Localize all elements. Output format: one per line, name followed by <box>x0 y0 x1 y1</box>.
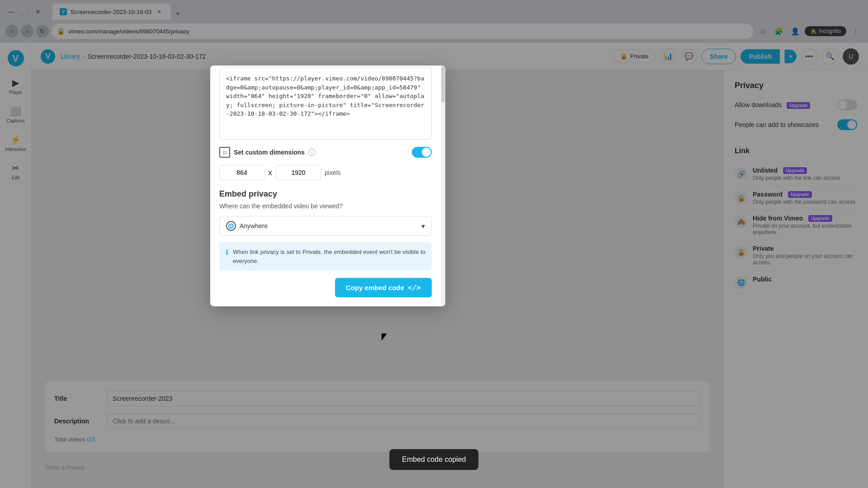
custom-dimensions-row: ⊡ Set custom dimensions i <box>219 147 432 158</box>
custom-dimensions-toggle[interactable] <box>412 147 432 158</box>
globe-icon: 🌐 <box>226 221 236 231</box>
info-icon[interactable]: i <box>308 149 316 156</box>
anywhere-label: Anywhere <box>240 222 268 230</box>
copy-btn-code-icon: </> <box>408 283 421 292</box>
copy-embed-code-button[interactable]: Copy embed code </> <box>335 278 432 297</box>
modal-scrollbar[interactable] <box>441 66 445 306</box>
embed-privacy-title: Embed privacy <box>219 189 432 199</box>
copy-btn-row: Copy embed code </> <box>219 278 432 297</box>
dropdown-left: 🌐 Anywhere <box>226 221 268 231</box>
dimensions-icon: ⊡ <box>219 147 230 158</box>
pixels-label: pixels <box>325 169 341 176</box>
embed-privacy-sub: Where can the embedded video be viewed? <box>219 202 432 210</box>
embed-modal: <iframe src="https://player.vimeo.com/vi… <box>210 66 445 306</box>
copy-btn-label: Copy embed code <box>346 284 404 291</box>
custom-dimensions-label: Set custom dimensions <box>234 149 305 156</box>
info-box-text: When link privacy is set to Private, the… <box>233 248 425 265</box>
width-input[interactable] <box>219 165 264 180</box>
info-box: ℹ When link privacy is set to Private, t… <box>219 242 432 271</box>
toast-message: Embed code copied <box>402 455 466 463</box>
embed-privacy-dropdown[interactable]: 🌐 Anywhere ▾ <box>219 216 432 236</box>
modal-scroll-thumb <box>441 66 445 103</box>
custom-dimensions-label-row: ⊡ Set custom dimensions i <box>219 147 316 158</box>
dimension-inputs: x pixels <box>219 165 432 180</box>
modal-body: <iframe src="https://player.vimeo.com/vi… <box>210 67 441 306</box>
chevron-down-icon: ▾ <box>421 222 425 230</box>
info-circle-icon: ℹ <box>226 248 228 257</box>
toast-notification: Embed code copied <box>389 449 478 470</box>
height-input[interactable] <box>276 165 321 180</box>
embed-code-box[interactable]: <iframe src="https://player.vimeo.com/vi… <box>219 67 432 140</box>
dimension-separator: x <box>268 168 272 178</box>
